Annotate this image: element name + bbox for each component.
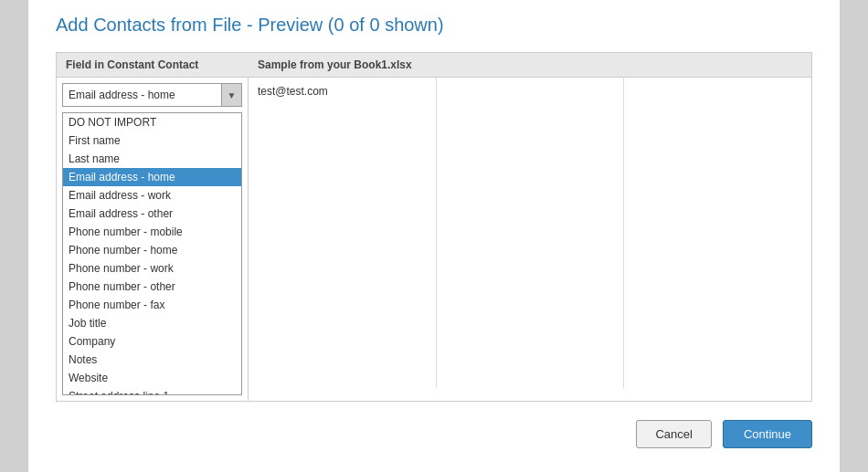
dropdown-option[interactable]: Notes (63, 351, 241, 369)
sample-value-1: test@test.com (258, 85, 328, 98)
dropdown-selected-label: Email address - home (63, 89, 221, 101)
dropdown-list-wrapper: DO NOT IMPORTFirst nameLast nameEmail ad… (62, 112, 242, 395)
dropdown-option[interactable]: Email address - other (63, 205, 241, 223)
dropdown-option[interactable]: DO NOT IMPORT (63, 113, 241, 131)
table-header: Field in Constant Contact Sample from yo… (56, 52, 812, 77)
dropdown-option[interactable]: Email address - work (63, 186, 241, 205)
dropdown-option[interactable]: Email address - home (63, 168, 241, 186)
sample-col-1: test@test.com (249, 78, 437, 388)
sample-col-3 (624, 78, 811, 388)
dropdown-arrow-icon[interactable]: ▼ (221, 84, 241, 106)
table-body: Email address - home ▼ DO NOT IMPORTFirs… (56, 77, 812, 402)
action-row: Cancel Continue (56, 420, 812, 448)
continue-button[interactable]: Continue (723, 420, 812, 448)
dropdown-option[interactable]: Phone number - work (63, 259, 241, 278)
dropdown-option[interactable]: Company (63, 332, 241, 351)
cancel-button[interactable]: Cancel (636, 420, 711, 448)
dropdown-list[interactable]: DO NOT IMPORTFirst nameLast nameEmail ad… (62, 112, 242, 395)
dropdown-option[interactable]: Last name (63, 150, 241, 168)
header-field-col: Field in Constant Contact (66, 58, 258, 71)
dropdown-option[interactable]: Phone number - home (63, 241, 241, 259)
sample-columns: test@test.com (249, 78, 811, 388)
dropdown-option[interactable]: Phone number - other (63, 278, 241, 296)
dropdown-option[interactable]: First name (63, 131, 241, 150)
dropdown-options-list: DO NOT IMPORTFirst nameLast nameEmail ad… (63, 113, 241, 395)
dropdown-option[interactable]: Street address line 1 (63, 387, 241, 395)
dropdown-option[interactable]: Job title (63, 314, 241, 332)
page-title: Add Contacts from File - Preview (0 of 0… (56, 15, 812, 36)
field-column: Email address - home ▼ DO NOT IMPORTFirs… (57, 78, 249, 401)
dropdown-option[interactable]: Website (63, 369, 241, 387)
dropdown-option[interactable]: Phone number - fax (63, 296, 241, 314)
dropdown-option[interactable]: Phone number - mobile (63, 223, 241, 241)
header-sample-col: Sample from your Book1.xlsx (258, 58, 802, 71)
sample-col-2 (437, 78, 625, 388)
field-dropdown[interactable]: Email address - home ▼ (62, 83, 242, 107)
main-container: Add Contacts from File - Preview (0 of 0… (27, 0, 841, 472)
